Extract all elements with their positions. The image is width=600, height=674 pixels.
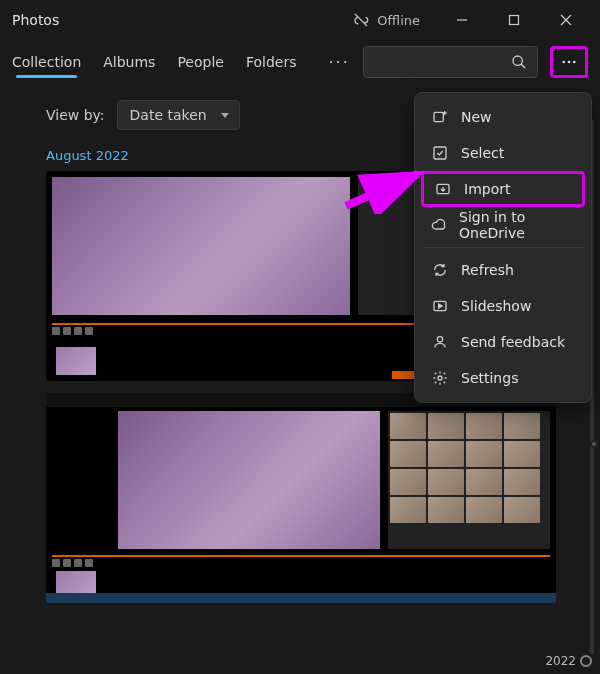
offline-indicator: Offline [353,12,420,28]
nav-row: Collection Albums People Folders ··· [0,40,600,84]
tab-more-icon[interactable]: ··· [329,53,350,72]
tab-albums[interactable]: Albums [103,54,155,70]
primary-tabs: Collection Albums People Folders ··· [12,53,350,72]
maximize-button[interactable] [492,4,536,36]
menu-item-slideshow[interactable]: Slideshow [421,288,585,324]
circle-icon [580,655,592,667]
import-icon [434,180,452,198]
thumbnail-taskbar [46,593,556,603]
close-button[interactable] [544,4,588,36]
select-icon [431,144,449,162]
menu-item-label: Refresh [461,262,514,278]
menu-item-import[interactable]: Import [421,171,585,207]
thumbnail-media-library [388,411,550,549]
tab-folders[interactable]: Folders [246,54,297,70]
svg-rect-9 [434,112,443,121]
search-icon [511,54,527,70]
thumbnail-preview-image [118,411,380,549]
tab-people[interactable]: People [177,54,224,70]
view-by-label: View by: [46,107,105,123]
svg-rect-10 [434,147,446,159]
thumbnail-controls [52,327,452,337]
thumbnail-timeline [52,555,550,557]
svg-point-6 [562,61,565,64]
cloud-icon [431,216,447,234]
more-horizontal-icon [560,53,578,71]
svg-rect-1 [510,16,519,25]
overflow-menu: New Select Import Sign in to OneDrive Re… [414,92,592,403]
photo-thumbnail[interactable] [46,393,556,603]
thumbnail-controls [52,559,550,569]
play-icon [431,297,449,315]
timeline-year-label: 2022 [545,654,592,668]
gear-icon [431,369,449,387]
search-input[interactable] [363,46,538,78]
menu-item-label: Select [461,145,504,161]
menu-separator [423,247,583,248]
thumbnail-mini-clip [56,347,96,375]
menu-item-label: Sign in to OneDrive [459,209,575,241]
svg-point-7 [568,61,571,64]
app-name-label: Photos [12,12,59,28]
menu-item-new[interactable]: New [421,99,585,135]
menu-item-settings[interactable]: Settings [421,360,585,396]
svg-point-4 [513,56,522,65]
offline-label: Offline [377,13,420,28]
cloud-off-icon [353,12,369,28]
view-by-selected: Date taken [130,107,207,123]
svg-line-5 [521,64,525,68]
menu-item-sign-in-onedrive[interactable]: Sign in to OneDrive [421,207,585,243]
menu-item-label: Slideshow [461,298,531,314]
overflow-menu-button[interactable] [550,46,588,78]
app-title: Photos [12,12,59,28]
menu-item-select[interactable]: Select [421,135,585,171]
svg-point-13 [437,337,442,342]
photo-thumbnail[interactable] [46,171,458,381]
menu-item-send-feedback[interactable]: Send feedback [421,324,585,360]
view-by-dropdown[interactable]: Date taken [117,100,240,130]
menu-item-label: New [461,109,492,125]
svg-point-8 [573,61,576,64]
timeline-marker[interactable] [590,440,598,448]
thumbnail-preview-image [52,177,350,315]
menu-item-refresh[interactable]: Refresh [421,252,585,288]
menu-item-label: Import [464,181,510,197]
menu-item-label: Send feedback [461,334,565,350]
menu-item-label: Settings [461,370,518,386]
new-image-icon [431,108,449,126]
refresh-icon [431,261,449,279]
feedback-icon [431,333,449,351]
minimize-button[interactable] [440,4,484,36]
tab-collection[interactable]: Collection [12,54,81,70]
thumbnail-timeline [52,323,452,325]
title-bar: Photos Offline [0,0,600,40]
svg-point-14 [438,376,442,380]
